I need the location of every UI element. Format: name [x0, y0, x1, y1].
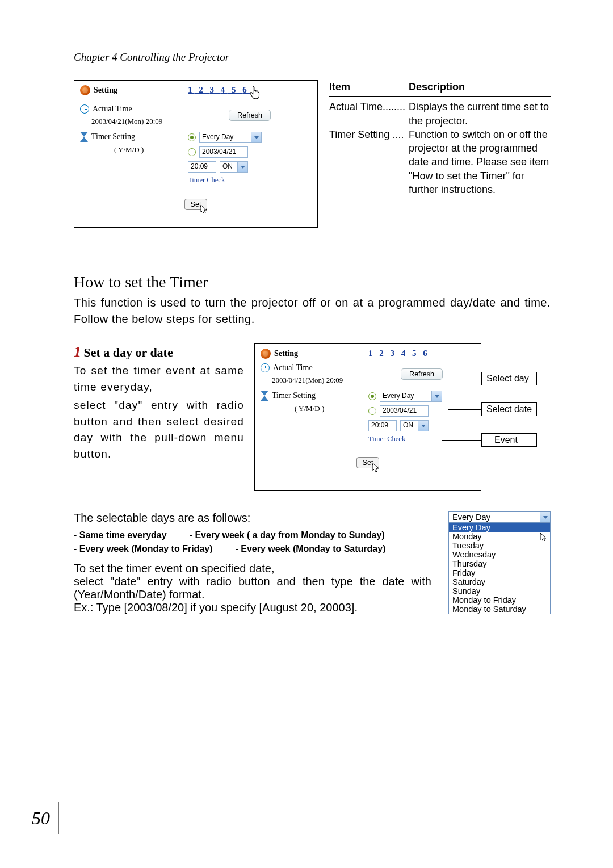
step-para: To set the timer event at same time ever… [74, 363, 244, 395]
dropdown-option[interactable]: Wednesday [449, 550, 550, 559]
desc-row-text: Function to switch on or off the project… [409, 128, 551, 196]
time-input[interactable]: 20:09 [188, 161, 216, 173]
arrow-cursor-icon [540, 532, 548, 542]
pagination[interactable]: 1 2 3 4 5 6 [188, 85, 254, 94]
arrow-cursor-icon [372, 463, 380, 473]
chevron-down-icon [251, 132, 261, 142]
description-column: Item Description Actual Time........ Dis… [329, 80, 551, 196]
bullet: - Every week ( a day from Monday to Sund… [190, 530, 385, 540]
bullet: - Every week (Monday to Friday) [74, 544, 213, 554]
timer-check-link[interactable]: Timer Check [188, 176, 225, 184]
dropdown-option[interactable]: Monday [449, 532, 550, 541]
callout-select-date: Select date [481, 402, 537, 416]
actual-time-value: 2003/04/21(Mon) 20:09 [272, 376, 368, 385]
dropdown-option[interactable]: Sunday [449, 586, 550, 596]
arrow-cursor-icon [200, 204, 208, 215]
dropdown-option[interactable]: Saturday [449, 577, 550, 586]
page-separator [58, 802, 59, 834]
refresh-button[interactable]: Refresh [229, 110, 271, 121]
dropdown-option[interactable]: Every Day [449, 523, 550, 532]
selectable-p2: select "date" entry with radio button an… [74, 575, 431, 601]
clock-icon [261, 363, 270, 372]
refresh-button[interactable]: Refresh [401, 368, 443, 380]
radio-day[interactable] [188, 133, 196, 141]
step-number: 1 [74, 343, 81, 360]
dropdown-option[interactable]: Monday to Friday [449, 596, 550, 605]
settings-panel-annotated: Setting 1 2 3 4 5 6 Actual Time [254, 343, 481, 491]
ymd-label: ( Y/M/D ) [295, 404, 368, 413]
desc-head-description: Description [409, 80, 465, 94]
panel-title: Setting [94, 86, 117, 95]
gear-icon [80, 85, 90, 95]
bullet: - Every week (Monday to Saturday) [236, 544, 386, 554]
day-select[interactable]: Every Day [199, 132, 262, 143]
set-button[interactable]: Set [356, 458, 380, 467]
gear-icon [261, 349, 271, 359]
actual-time-label: Actual Time [93, 104, 132, 114]
radio-date[interactable] [368, 407, 376, 415]
radio-date[interactable] [188, 148, 196, 156]
dropdown-option[interactable]: Friday [449, 568, 550, 577]
onoff-select[interactable]: ON [400, 420, 429, 431]
day-select[interactable]: Every Day [380, 391, 442, 402]
ymd-label: ( Y/M/D ) [114, 145, 188, 154]
dropdown-option[interactable]: Tuesday [449, 541, 550, 550]
actual-time-value: 2003/04/21(Mon) 20:09 [91, 117, 188, 126]
radio-day[interactable] [368, 392, 376, 400]
desc-row-text: Displays the current time set to the pro… [409, 100, 551, 128]
chapter-header: Chapter 4 Controlling the Projector [74, 51, 551, 66]
hand-cursor-icon [249, 85, 262, 100]
bullet: - Same time everyday [74, 530, 167, 540]
clock-icon [80, 104, 89, 114]
date-input[interactable]: 2003/04/21 [199, 146, 248, 158]
timer-setting-label: Timer Setting [91, 132, 135, 141]
callout-event: Event [481, 433, 537, 447]
hourglass-icon [261, 391, 268, 401]
day-dropdown-open[interactable]: Every Day Every Day Monday Tuesday Wedne… [448, 511, 551, 614]
chevron-down-icon [237, 162, 247, 172]
section-heading: How to set the Timer [74, 273, 551, 291]
pagination[interactable]: 1 2 3 4 5 6 [368, 349, 430, 358]
settings-panel-top: Setting 1 2 3 4 5 6 Actual Time [74, 80, 318, 228]
hourglass-icon [80, 132, 88, 142]
time-input[interactable]: 20:09 [368, 420, 397, 431]
selectable-p3: Ex.: Type [2003/08/20] if you specify [A… [74, 601, 431, 614]
dropdown-option[interactable]: Monday to Saturday [449, 605, 550, 614]
section-body: This function is used to turn the projec… [74, 295, 551, 328]
timer-setting-label: Timer Setting [272, 391, 316, 400]
page-number-wrap: 50 [32, 802, 59, 834]
selectable-p1: To set the timer event on specified date… [74, 562, 431, 575]
chevron-down-icon [418, 421, 428, 431]
date-input[interactable]: 2003/04/21 [380, 405, 429, 417]
onoff-select[interactable]: ON [220, 161, 248, 173]
callout-select-day: Select day [481, 372, 537, 385]
step-para: select "day" entry with radio button and… [74, 397, 244, 462]
chevron-down-icon [431, 391, 442, 401]
timer-check-link[interactable]: Timer Check [368, 435, 405, 443]
page-number: 50 [32, 808, 50, 829]
panel-title: Setting [274, 349, 298, 358]
set-button[interactable]: Set [184, 200, 208, 209]
dropdown-option[interactable]: Thursday [449, 559, 550, 568]
actual-time-label: Actual Time [273, 363, 313, 372]
selectable-intro: The selectable days are as follows: [74, 511, 431, 525]
step-title: Set a day or date [83, 345, 173, 359]
chevron-down-icon [540, 512, 550, 522]
desc-head-item: Item [329, 80, 409, 94]
